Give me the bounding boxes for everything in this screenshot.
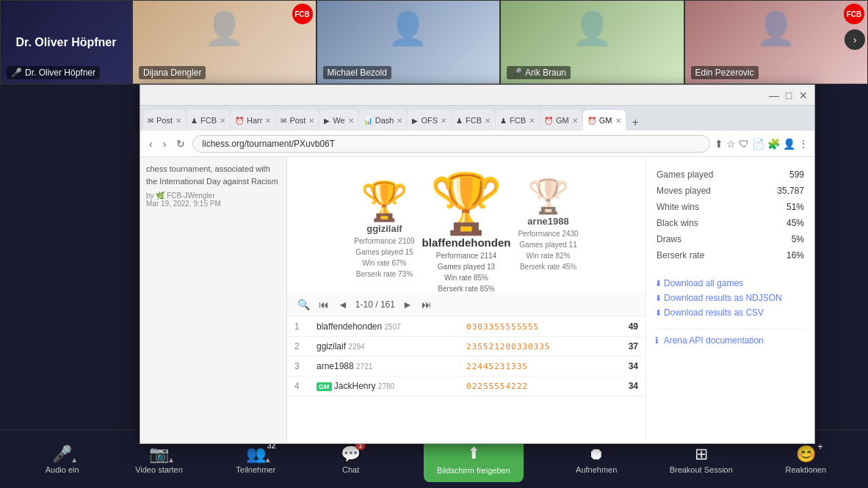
table-row[interactable]: 1 blaffendehonden 2507 0303355555555 49 [287, 317, 645, 337]
table-row[interactable]: 3 arne1988 2721 22445231335 34 [287, 357, 645, 376]
minimize-button[interactable]: — [769, 90, 779, 101]
tab-close-7[interactable]: ✕ [441, 117, 446, 125]
toolbar-record[interactable]: ⏺ Aufnehmen [574, 445, 618, 474]
second-berserk-label: Berserk rate 73% [356, 270, 413, 278]
name-tag-3: Michael Bezold [323, 66, 391, 79]
tab-close-11[interactable]: ✕ [615, 117, 621, 125]
profile-button[interactable]: 👤 [783, 138, 795, 150]
video-panel-3: 👤 Michael Bezold [317, 0, 501, 84]
expand-video-button[interactable]: › [845, 29, 865, 50]
stat-row-black-wins: Black wins 45% [657, 216, 804, 230]
last-page-button[interactable]: ⏭ [420, 297, 433, 312]
tab-icon-5: ▶ [324, 117, 330, 125]
podium-second: 🏆 ggizilaif Performance 2109 Games playe… [354, 182, 414, 293]
tab-gm-2[interactable]: ⏰ GM ✕ [583, 110, 626, 131]
toolbar-audio[interactable]: 🎤 ▲ Audio ein [40, 445, 84, 474]
tab-close-4[interactable]: ✕ [308, 117, 314, 125]
black-wins-value: 45% [757, 216, 804, 230]
table-row[interactable]: 2 ggizilaif 2294 235521200330335 37 [287, 337, 645, 357]
toolbar-participants[interactable]: 👥 32 ▲ Teilnehmer [234, 445, 278, 474]
tab-close-8[interactable]: ✕ [485, 117, 491, 125]
toolbar-video[interactable]: 📷 ▲ Video starten [135, 445, 183, 474]
api-section: ℹ Arena API documentation [655, 329, 806, 346]
close-button[interactable]: ✕ [798, 90, 809, 101]
fcb-logo-2: FCB [292, 4, 313, 24]
share-icon-wrap: ⬆ [467, 444, 480, 463]
record-icon-wrap: ⏺ [588, 445, 604, 462]
tab-close-10[interactable]: ✕ [572, 117, 578, 125]
address-input[interactable] [192, 135, 710, 153]
share-label: Bildschirm freigeben [437, 466, 510, 475]
main-content: 🏆 ggizilaif Performance 2109 Games playe… [287, 157, 645, 443]
name-tag-4: 🎤 Arik Braun [507, 66, 571, 79]
search-button[interactable]: 🔍 [296, 297, 311, 312]
bookmark-button[interactable]: ☆ [726, 138, 736, 150]
left-panel-author: by 🌿 FCB-JWengler Mar 19, 2022, 9:15 PM [146, 192, 281, 208]
tab-close-9[interactable]: ✕ [529, 117, 535, 125]
video-panel-4: 👤 🎤 Arik Braun [500, 0, 684, 84]
download-results-csv-link[interactable]: Download results as CSV [655, 305, 806, 320]
tab-close-3[interactable]: ✕ [265, 117, 271, 125]
tab-close-1[interactable]: ✕ [176, 117, 181, 125]
breakout-icon-wrap: ⊞ [695, 445, 708, 462]
tab-close-6[interactable]: ✕ [397, 117, 402, 125]
stat-row-white-wins: White wins 51% [657, 200, 804, 214]
prev-page-button[interactable]: ◄ [336, 297, 350, 312]
tab-close-2[interactable]: ✕ [220, 117, 225, 125]
next-page-button[interactable]: ► [401, 297, 414, 312]
reload-button[interactable]: ↻ [173, 136, 188, 151]
toolbar-reactions[interactable]: 😊 + Reaktionen [784, 445, 828, 474]
share-page-button[interactable]: ⬆ [715, 138, 723, 150]
stat-row-games-played: Games played 599 [657, 167, 804, 182]
tab-ofs[interactable]: ▶ OFS ✕ [408, 110, 451, 131]
left-panel: chess tournament, associated with the In… [140, 157, 287, 443]
third-perf-label: Performance 2430 [518, 230, 578, 238]
back-button[interactable]: ‹ [146, 136, 156, 151]
video-chevron: ▲ [167, 456, 175, 464]
tab-dash[interactable]: 📊 Dash ✕ [359, 110, 408, 131]
toolbar-breakout[interactable]: ⊞ Breakout Session [670, 445, 733, 474]
shield-icon[interactable]: 🛡 [739, 138, 749, 150]
black-wins-label: Black wins [657, 216, 756, 230]
api-doc-link[interactable]: Arena API documentation [664, 335, 764, 346]
first-perf-label: Performance 2114 [436, 252, 496, 260]
tab-post-1[interactable]: ✉ Post ✕ [143, 110, 186, 131]
rank-cell: 2 [287, 337, 309, 357]
tab-icon-4: ✉ [281, 117, 286, 125]
download-results-ndjson-link[interactable]: Download results as NDJSON [655, 291, 806, 305]
tab-bar: ✉ Post ✕ ♟ FCB ✕ ⏰ Harr ✕ ✉ Post ✕ ▶ We … [140, 106, 814, 131]
first-games-label: Games played 13 [438, 263, 495, 271]
stat-row-draws: Draws 5% [657, 232, 804, 247]
reactions-icon-wrap: 😊 + [796, 445, 816, 462]
toolbar-chat[interactable]: 💬 1 Chat [329, 445, 373, 474]
tab-post-2[interactable]: ✉ Post ✕ [276, 110, 319, 131]
tab-harr[interactable]: ⏰ Harr ✕ [231, 110, 275, 131]
tournament-controls: 🔍 ⏮ ◄ 1-10 / 161 ► ⏭ [287, 293, 645, 317]
table-row[interactable]: 4 GM JackHenry 2780 02255554222 34 [287, 376, 645, 396]
download-all-games-link[interactable]: Download all games [655, 276, 806, 291]
menu-button[interactable]: ⋮ [798, 138, 809, 150]
third-player-name: arne1988 [527, 216, 568, 227]
chat-label: Chat [342, 465, 359, 474]
results-table: 1 blaffendehonden 2507 0303355555555 49 … [287, 317, 645, 396]
tab-icon-1: ✉ [148, 117, 153, 125]
maximize-button[interactable]: □ [784, 90, 794, 101]
tab-fcb-2[interactable]: ♟ FCB ✕ [452, 110, 495, 131]
pdf-button[interactable]: 📄 [752, 138, 764, 150]
tab-fcb-3[interactable]: ♟ FCB ✕ [496, 110, 539, 131]
forward-button[interactable]: › [160, 136, 170, 151]
participants-label: Teilnehmer [236, 465, 275, 474]
tab-fcb-1[interactable]: ♟ FCB ✕ [187, 110, 230, 131]
tab-gm-1[interactable]: ⏰ GM ✕ [540, 110, 582, 131]
tab-we[interactable]: ▶ We ✕ [319, 110, 358, 131]
first-page-button[interactable]: ⏮ [317, 297, 330, 312]
stat-row-moves-played: Moves played 35,787 [657, 183, 804, 198]
tab-close-5[interactable]: ✕ [348, 117, 354, 125]
score-cell: 0303355555555 [459, 317, 608, 337]
rank-cell: 4 [287, 376, 309, 396]
second-games-label: Games played 15 [355, 248, 413, 256]
trophy-silver-icon: 🏆 [361, 182, 408, 220]
tournament-stat-table: Games played 599 Moves played 35,787 Whi… [655, 166, 806, 264]
new-tab-button[interactable]: + [629, 114, 642, 131]
extension-button[interactable]: 🧩 [767, 138, 780, 150]
